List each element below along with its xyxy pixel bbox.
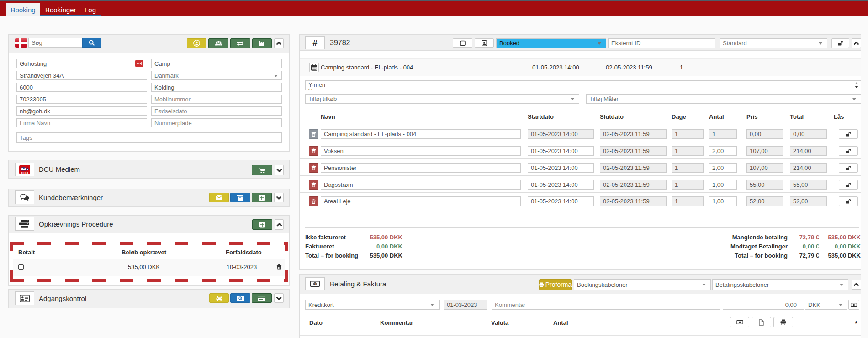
svg-text:DCU: DCU [21, 171, 28, 174]
svg-text:1: 1 [314, 282, 316, 285]
